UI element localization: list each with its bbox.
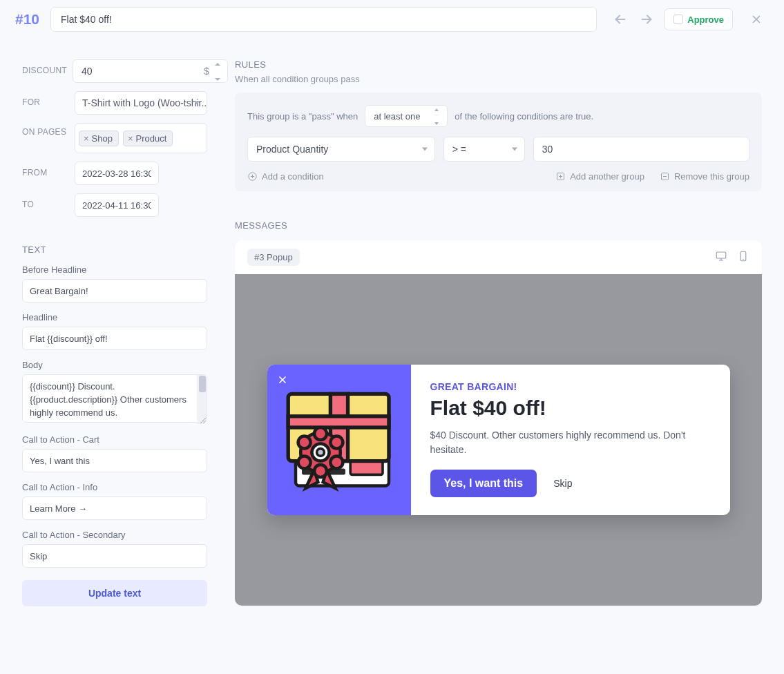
on-pages-label: ON PAGES [22, 123, 69, 138]
cta-cart-input[interactable] [22, 449, 207, 472]
svg-point-20 [316, 449, 324, 456]
to-date-input[interactable] [75, 193, 159, 217]
remove-tag-icon[interactable]: × [128, 133, 133, 144]
svg-point-14 [330, 436, 343, 449]
cta-cart-label: Call to Action - Cart [22, 434, 207, 445]
desktop-preview-icon[interactable] [715, 250, 727, 264]
scrollbar-thumb[interactable] [199, 376, 206, 392]
cta-info-input[interactable] [22, 497, 207, 520]
text-section-label: TEXT [22, 244, 207, 255]
pass-mode-value: at least one [374, 111, 420, 122]
stepper-icon[interactable] [215, 63, 223, 81]
discount-label: DISCOUNT [22, 66, 67, 77]
stepper-icon[interactable] [434, 108, 443, 125]
remove-tag-icon[interactable]: × [84, 133, 89, 144]
tag-shop[interactable]: ×Shop [79, 131, 119, 146]
title-input[interactable] [50, 7, 597, 32]
svg-point-13 [314, 427, 327, 440]
svg-point-17 [298, 456, 310, 468]
popup-headline: Flat $40 off! [430, 396, 711, 420]
from-label: FROM [22, 168, 69, 179]
resize-grip-icon[interactable] [199, 416, 206, 423]
body-label: Body [22, 360, 207, 370]
record-id: #10 [12, 11, 42, 28]
before-headline-input[interactable] [22, 279, 207, 302]
pass-prefix-text: This group is a "pass" when [247, 111, 358, 122]
rules-subtitle: When all condition groups pass [235, 74, 762, 84]
tag-shop-label: Shop [92, 133, 113, 144]
remove-group-button[interactable]: Remove this group [660, 171, 749, 182]
popup-cta-button[interactable]: Yes, I want this [430, 470, 537, 497]
message-badge: #3 Popup [247, 249, 300, 266]
popup-close-icon[interactable] [277, 374, 288, 387]
remove-group-label: Remove this group [674, 171, 749, 182]
svg-point-15 [330, 456, 343, 468]
body-textarea[interactable] [22, 374, 207, 423]
plus-circle-icon [247, 171, 258, 182]
gift-icon [277, 381, 401, 499]
for-select[interactable]: T-Shirt with Logo (Woo-tshir... [75, 91, 207, 115]
chevron-down-icon [422, 148, 428, 151]
condition-row: Product Quantity > = [247, 137, 749, 162]
popup-overline: GREAT BARGAIN! [430, 381, 711, 392]
preview-stage: GREAT BARGAIN! Flat $40 off! $40 Discoun… [235, 274, 762, 606]
to-label: TO [22, 200, 69, 211]
chevron-down-icon [194, 102, 200, 105]
headline-label: Headline [22, 312, 207, 322]
popup-skip-link[interactable]: Skip [553, 478, 572, 489]
minus-square-icon [660, 171, 670, 182]
svg-rect-3 [716, 252, 726, 258]
condition-field-value: Product Quantity [256, 144, 328, 155]
before-headline-label: Before Headline [22, 264, 207, 275]
messages-section-label: MESSAGES [235, 220, 762, 231]
mobile-preview-icon[interactable] [737, 250, 749, 264]
from-date-input[interactable] [75, 162, 159, 185]
cta-secondary-input[interactable] [22, 544, 207, 568]
approve-label: Approve [687, 15, 724, 25]
add-condition-button[interactable]: Add a condition [247, 171, 324, 182]
svg-rect-11 [288, 416, 389, 427]
svg-point-16 [314, 465, 327, 477]
cta-secondary-label: Call to Action - Secondary [22, 530, 207, 540]
tag-product[interactable]: ×Product [123, 131, 173, 146]
chevron-down-icon [512, 148, 517, 151]
plus-square-icon [555, 171, 566, 182]
tag-product-label: Product [136, 133, 167, 144]
pass-suffix-text: of the following conditions are true. [455, 111, 593, 122]
update-text-button[interactable]: Update text [22, 580, 207, 606]
for-label: FOR [22, 97, 69, 108]
condition-operator-select[interactable]: > = [443, 137, 525, 162]
discount-amount-input[interactable]: $ [73, 59, 228, 83]
headline-input[interactable] [22, 327, 207, 350]
add-condition-label: Add a condition [262, 171, 324, 182]
svg-point-18 [298, 436, 310, 449]
next-button[interactable] [637, 10, 656, 29]
pass-mode-select[interactable]: at least one [365, 105, 448, 127]
prev-button[interactable] [611, 10, 630, 29]
for-select-value: T-Shirt with Logo (Woo-tshir... [82, 97, 207, 108]
add-group-label: Add another group [570, 171, 644, 182]
message-card: #3 Popup [235, 240, 762, 606]
close-button[interactable] [747, 10, 766, 29]
condition-operator-value: > = [452, 144, 466, 155]
popup-body-text: $40 Discount. Other customers highly rec… [430, 428, 711, 457]
cta-info-label: Call to Action - Info [22, 482, 207, 492]
discount-unit: $ [204, 66, 209, 77]
discount-amount-value[interactable] [80, 65, 204, 77]
on-pages-tags[interactable]: ×Shop ×Product [75, 123, 207, 153]
approve-button[interactable]: Approve [665, 8, 733, 30]
popup-content: GREAT BARGAIN! Flat $40 off! $40 Discoun… [411, 365, 730, 515]
add-group-button[interactable]: Add another group [555, 171, 644, 182]
popup-image-panel [267, 365, 411, 515]
condition-value-input[interactable] [533, 137, 749, 162]
rule-group: This group is a "pass" when at least one… [235, 93, 762, 191]
checkbox-icon [673, 15, 683, 24]
condition-field-select[interactable]: Product Quantity [247, 137, 435, 162]
rules-section-label: RULES [235, 59, 762, 70]
popup-preview: GREAT BARGAIN! Flat $40 off! $40 Discoun… [267, 365, 730, 515]
